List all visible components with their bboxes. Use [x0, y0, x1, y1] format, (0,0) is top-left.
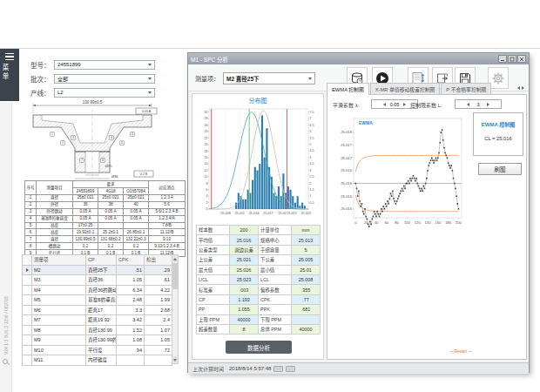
model-label: 型号：: [30, 60, 54, 70]
grid-row[interactable]: M9直径130.99的跳动1.081.050/245: [23, 335, 172, 346]
svg-text:25.02: 25.02: [278, 212, 287, 215]
tab-ewma[interactable]: EWMA 控制图: [327, 83, 369, 95]
svg-text:10: 10: [205, 175, 208, 179]
svg-text:200: 200: [456, 220, 462, 225]
spec-col-item: 测量项目: [37, 181, 73, 195]
batch-row: 批次： 全部: [30, 73, 155, 84]
grid-row[interactable]: M7距离19.923.422.40/245: [23, 315, 172, 326]
stats-row: 上公差25.021下公差25.005: [197, 255, 321, 265]
svg-text:25.015: 25.015: [341, 194, 352, 199]
model-row: 型号： 24551899: [30, 59, 155, 70]
svg-text:0.5: 0.5: [310, 201, 314, 205]
batch-label: 批次：: [30, 74, 54, 84]
dim-dia1: Ø25: [105, 164, 112, 168]
stats-row: 样本数200计量单位mm: [197, 226, 321, 235]
tab-scroll-left-icon[interactable]: [517, 86, 520, 90]
model-value: 24551899: [57, 62, 81, 67]
search-icon[interactable]: [3, 359, 10, 366]
svg-text:7.5: 7.5: [310, 111, 314, 114]
grid-row[interactable]: M11内径锥度0/245: [23, 355, 172, 366]
spec-col-no: 序号: [25, 181, 37, 195]
chevron-down-icon: [148, 64, 152, 66]
stats-row: CP1.193CPK.77: [197, 294, 321, 304]
svg-text:16: 16: [205, 156, 208, 159]
control-chart-tabs: EWMA 控制图X-MR 单值移动极差控制图P 不合格率控制图: [327, 83, 492, 95]
svg-text:60: 60: [384, 220, 388, 225]
svg-text:25.011: 25.011: [235, 212, 245, 215]
lambda-label: 平滑系数 λ:: [333, 101, 359, 109]
spec-row: 1直径25±0.02125±0.02125±0.0211.2.3.4: [25, 194, 186, 201]
screen: 菜单 V24 1.3 BUILD 1256 / 082018 型号： 24551…: [0, 0, 540, 392]
spec-row: 7直径130.99±0.5131.68±0.2132.22±0.39.10: [25, 236, 186, 243]
menu-button[interactable]: 菜单: [0, 49, 19, 101]
close-button[interactable]: [517, 55, 526, 63]
batch-select[interactable]: 全部: [54, 74, 155, 84]
dialog-titlebar[interactable]: M1 - SPC 分析: [188, 53, 529, 64]
svg-text:8: 8: [206, 182, 208, 186]
tab-scroll-right-icon[interactable]: [522, 86, 524, 90]
gdt-frame-2: 0.2 B: [140, 172, 148, 176]
svg-text:25.016: 25.016: [341, 181, 352, 186]
distribution-panel: 分布图 25.00825.01125.01425.01725.0225.0222…: [192, 93, 324, 360]
lambda-value: 0.05: [388, 102, 401, 107]
status-grip[interactable]: [273, 366, 283, 372]
spinner-decrease-icon[interactable]: [374, 103, 386, 106]
spec-row: 4基准B的垂直度0.05 A0.05 A0.05 A1.2.3.4/A: [25, 215, 186, 222]
status-label: 上次计算时间: [192, 365, 224, 373]
svg-text:20: 20: [205, 143, 208, 146]
grid-row[interactable]: M8直径130.991.521.070/245: [23, 325, 172, 335]
status-time: 2018/8/14 5:57:48: [229, 366, 271, 371]
svg-text:80: 80: [395, 220, 399, 225]
grid-scrollbar[interactable]: [172, 254, 179, 364]
minimize-button[interactable]: [498, 55, 507, 63]
ewma-tab-panel: 平滑系数 λ: 0.05 控制限系数 L: 3 25.01825.01725.0…: [327, 94, 527, 360]
status-grip[interactable]: [286, 366, 295, 372]
svg-text:0: 0: [206, 207, 208, 211]
l-spinner[interactable]: 3: [455, 99, 502, 109]
svg-text:25.008: 25.008: [220, 212, 231, 215]
refresh-chart-button[interactable]: 刷图: [478, 163, 522, 175]
line-label: 产线：: [30, 88, 54, 98]
svg-text:4: 4: [310, 156, 312, 159]
analyze-button[interactable]: 数据分析: [226, 341, 292, 354]
svg-text:28: 28: [205, 117, 208, 120]
stats-row: 标准差.003偏移系数.355: [197, 285, 321, 294]
app-window-border: [0, 48, 540, 49]
batch-value: 全部: [57, 75, 68, 83]
svg-text:4: 4: [206, 194, 208, 198]
line-select[interactable]: L2: [54, 88, 155, 98]
spinner-decrease-icon[interactable]: [457, 103, 469, 106]
svg-text:26: 26: [205, 124, 208, 127]
svg-text:22: 22: [205, 137, 208, 140]
line-row: 产线： L2: [30, 87, 155, 98]
legend-title: EWMA 控制图: [474, 120, 523, 128]
svg-text:25.017: 25.017: [341, 143, 352, 147]
scroll-down-icon[interactable]: [172, 356, 178, 363]
stats-row: PP1.055PPK.681: [197, 305, 321, 314]
svg-text:1: 1: [310, 194, 312, 198]
spinner-increase-icon[interactable]: [487, 103, 499, 106]
ewma-chart: 25.01825.01725.01725.01625.01625.01525.0…: [330, 112, 468, 234]
grid-row[interactable]: M3直径361.05.611/245: [23, 275, 172, 286]
svg-text:30: 30: [205, 111, 208, 114]
svg-text:12: 12: [205, 169, 208, 172]
scroll-thumb[interactable]: [172, 263, 178, 289]
spec-row: 2外径3638405.6: [25, 201, 186, 208]
svg-text:24: 24: [205, 130, 208, 133]
grid-row[interactable]: M2直径25下.51.293/245: [23, 265, 172, 275]
chevron-down-icon: [308, 78, 312, 80]
chevron-down-icon: [148, 91, 152, 94]
scroll-up-icon[interactable]: [172, 255, 178, 262]
tab-xmr[interactable]: X-MR 单值移动极差控制图: [370, 83, 441, 95]
grid-row[interactable]: M6距离173.32.680/245: [23, 305, 172, 315]
restore-button[interactable]: [508, 55, 516, 63]
model-select[interactable]: 24551899: [54, 60, 155, 70]
grid-row[interactable]: M5基准B的垂直度2.481.990/245: [23, 295, 172, 306]
grid-row[interactable]: M4直径36的跳动6.344.220/245: [23, 285, 172, 295]
measure-select[interactable]: M2 直径25下: [223, 72, 315, 84]
grid-row[interactable]: M10平行度.94.720/245: [23, 345, 172, 355]
tab-p-chart[interactable]: P 不合格率控制图: [441, 83, 491, 95]
svg-text:25.016: 25.016: [341, 168, 352, 172]
stats-row: 最大值25.026最小值25.01: [197, 265, 321, 274]
svg-text:25.022: 25.022: [287, 212, 297, 215]
